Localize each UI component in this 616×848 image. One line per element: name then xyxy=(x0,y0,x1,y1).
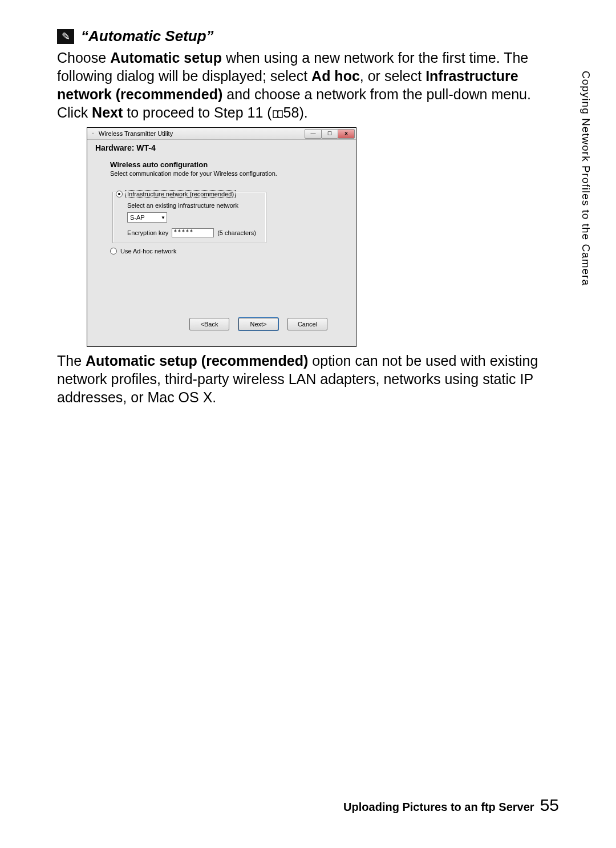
app-icon: ◦ xyxy=(90,130,96,137)
wizard-subtext: Select communication mode for your Wirel… xyxy=(110,170,333,177)
ssid-value: S-AP xyxy=(130,214,145,221)
window-close-button[interactable]: X xyxy=(338,129,355,139)
note-icon: ✎ xyxy=(57,29,74,44)
back-button[interactable]: <Back xyxy=(189,318,229,330)
ssid-select[interactable]: S-AP ▼ xyxy=(127,212,167,223)
infrastructure-group: Infrastructure network (recommended) Sel… xyxy=(112,187,266,243)
encryption-key-hint: (5 characters) xyxy=(217,229,256,236)
radio-adhoc[interactable] xyxy=(110,248,117,255)
encryption-key-label: Encryption key xyxy=(127,229,168,236)
radio-infrastructure-label[interactable]: Infrastructure network (recommended) xyxy=(126,191,235,197)
window-minimize-button[interactable]: — xyxy=(305,129,322,139)
infrastructure-subtext: Select an existing infrastructure networ… xyxy=(127,202,261,209)
dialog-titlebar: ◦ Wireless Transmitter Utility — ☐ X xyxy=(87,128,356,140)
page-ref-icon xyxy=(272,104,283,123)
side-tab-label: Copying Network Profiles to the Camera xyxy=(581,71,592,286)
intro-paragraph: Choose Automatic setup when using a new … xyxy=(57,49,559,123)
dialog-title: Wireless Transmitter Utility xyxy=(99,130,303,137)
page-footer: Uploading Pictures to an ftp Server 55 xyxy=(343,795,559,815)
next-button[interactable]: Next> xyxy=(238,318,278,330)
dialog-screenshot: ◦ Wireless Transmitter Utility — ☐ X Har… xyxy=(87,127,559,347)
wizard-heading: Wireless auto configuration xyxy=(110,160,333,169)
hardware-line: Hardware: WT-4 xyxy=(87,140,356,158)
radio-adhoc-label[interactable]: Use Ad-hoc network xyxy=(120,248,176,255)
cancel-button[interactable]: Cancel xyxy=(287,318,327,330)
page-number: 55 xyxy=(540,795,559,815)
section-title: “Automatic Setup” xyxy=(81,27,214,45)
note-paragraph: The Automatic setup (recommended) option… xyxy=(57,352,559,406)
radio-infrastructure[interactable] xyxy=(116,191,123,197)
footer-text: Uploading Pictures to an ftp Server xyxy=(343,801,534,814)
encryption-key-input[interactable]: ***** xyxy=(172,228,214,237)
window-maximize-button[interactable]: ☐ xyxy=(321,129,338,139)
chevron-down-icon: ▼ xyxy=(161,215,165,220)
note-icon-glyph: ✎ xyxy=(62,30,70,43)
